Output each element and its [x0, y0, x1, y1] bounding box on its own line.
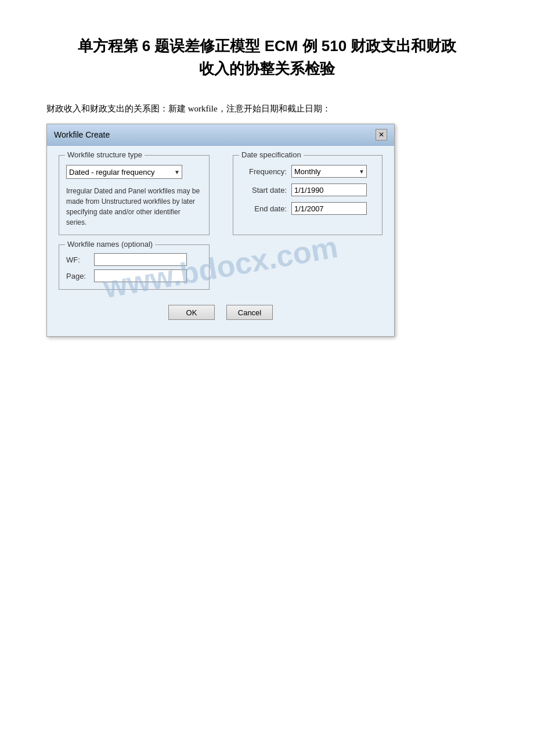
structure-type-select-wrapper: Dated - regular frequency Unstructured B…	[66, 165, 182, 179]
structure-type-group: Workfile structure type Dated - regular …	[59, 155, 210, 235]
dialog-title: Workfile Create	[54, 130, 110, 139]
dialog-top-row: Workfile structure type Dated - regular …	[59, 155, 383, 235]
start-date-label: Start date:	[240, 186, 287, 195]
date-spec-content: Frequency: Monthly Quarterly Annual Week…	[240, 165, 375, 215]
start-date-input[interactable]	[291, 183, 367, 196]
structure-type-select-row: Dated - regular frequency Unstructured B…	[66, 165, 202, 179]
cancel-button[interactable]: Cancel	[226, 305, 273, 320]
structure-type-info: Irregular Dated and Panel workfiles may …	[66, 186, 202, 228]
end-date-input[interactable]	[291, 202, 367, 215]
dialog-close-button[interactable]: ✕	[376, 129, 387, 141]
page-name-input[interactable]	[94, 269, 187, 282]
frequency-select-wrapper: Monthly Quarterly Annual Weekly Daily ▼	[291, 165, 367, 178]
page-name-row: Page:	[66, 269, 202, 282]
dialog-bottom-row: Workfile names (optional) WF: Page: www.…	[59, 244, 383, 290]
wf-name-row: WF:	[66, 253, 202, 266]
names-group-label: Workfile names (optional)	[65, 240, 155, 249]
structure-type-label: Workfile structure type	[65, 150, 145, 159]
wf-label: WF:	[66, 255, 89, 264]
frequency-row: Frequency: Monthly Quarterly Annual Week…	[240, 165, 375, 178]
dialog-body: Workfile structure type Dated - regular …	[47, 146, 394, 336]
page-title: 单方程第 6 题误差修正模型 ECM 例 510 财政支出和财政 收入的协整关系…	[46, 35, 488, 80]
date-spec-label: Date specification	[239, 150, 304, 159]
workfile-create-dialog: Workfile Create ✕ Workfile structure typ…	[46, 124, 395, 337]
end-date-row: End date:	[240, 202, 375, 215]
page-label: Page:	[66, 272, 89, 280]
end-date-label: End date:	[240, 204, 287, 213]
frequency-label: Frequency:	[240, 167, 287, 176]
start-date-row: Start date:	[240, 183, 375, 196]
ok-button[interactable]: OK	[168, 305, 215, 320]
frequency-select[interactable]: Monthly Quarterly Annual Weekly Daily	[291, 165, 367, 178]
date-spec-group: Date specification Frequency: Monthly Qu…	[233, 155, 383, 235]
dialog-buttons: OK Cancel	[59, 305, 383, 325]
structure-type-select[interactable]: Dated - regular frequency Unstructured B…	[66, 165, 182, 179]
wf-name-input[interactable]	[94, 253, 187, 266]
names-group: Workfile names (optional) WF: Page:	[59, 244, 210, 290]
dialog-titlebar: Workfile Create ✕	[47, 124, 394, 146]
intro-text: 财政收入和财政支出的关系图：新建 workfile，注意开始日期和截止日期：	[46, 103, 488, 114]
